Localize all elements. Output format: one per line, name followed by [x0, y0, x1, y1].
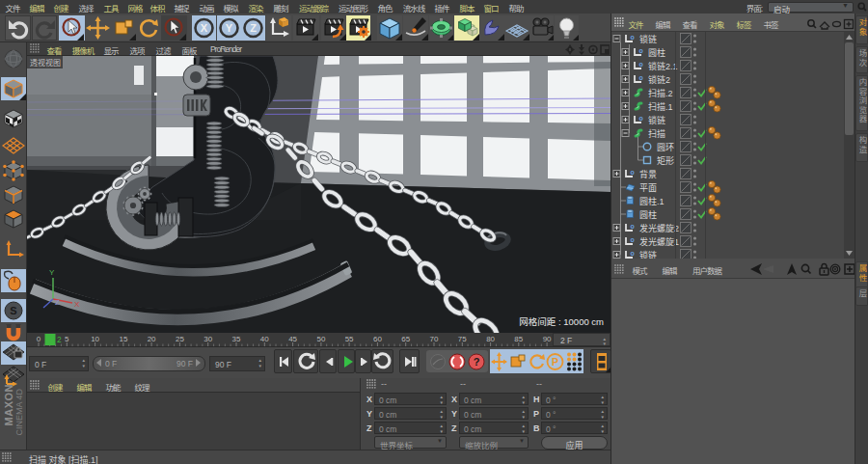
svg-text:o: o: [639, 74, 643, 81]
svg-text:扫描.2: 扫描.2: [648, 88, 673, 98]
svg-text:圆柱: 圆柱: [639, 209, 657, 220]
svg-text:o: o: [631, 223, 635, 230]
svg-text:发光螺旋1: 发光螺旋1: [639, 236, 679, 247]
svg-text:平面: 平面: [639, 183, 657, 193]
svg-text:扫描: 扫描: [648, 128, 665, 139]
svg-text:锁链: 锁链: [648, 115, 665, 125]
svg-text:圆环: 圆环: [657, 143, 674, 152]
svg-text:o: o: [631, 250, 635, 257]
svg-text:o: o: [639, 61, 643, 68]
svg-text:o: o: [639, 47, 643, 54]
svg-text:o: o: [631, 236, 635, 243]
svg-text:圆柱.1: 圆柱.1: [639, 196, 665, 206]
svg-text:发光螺旋2: 发光螺旋2: [639, 223, 679, 233]
svg-text:扫描.1: 扫描.1: [648, 101, 673, 112]
svg-text:o: o: [631, 169, 635, 176]
svg-text:锁链2.1: 锁链2.1: [648, 61, 678, 71]
svg-text:锁链: 锁链: [639, 34, 657, 44]
svg-text:o: o: [639, 115, 643, 122]
svg-text:圆柱: 圆柱: [648, 47, 665, 58]
svg-text:锁链2: 锁链2: [648, 74, 670, 85]
svg-text:矩形: 矩形: [657, 155, 674, 166]
svg-text:背景: 背景: [639, 169, 657, 179]
svg-text:o: o: [631, 34, 635, 41]
